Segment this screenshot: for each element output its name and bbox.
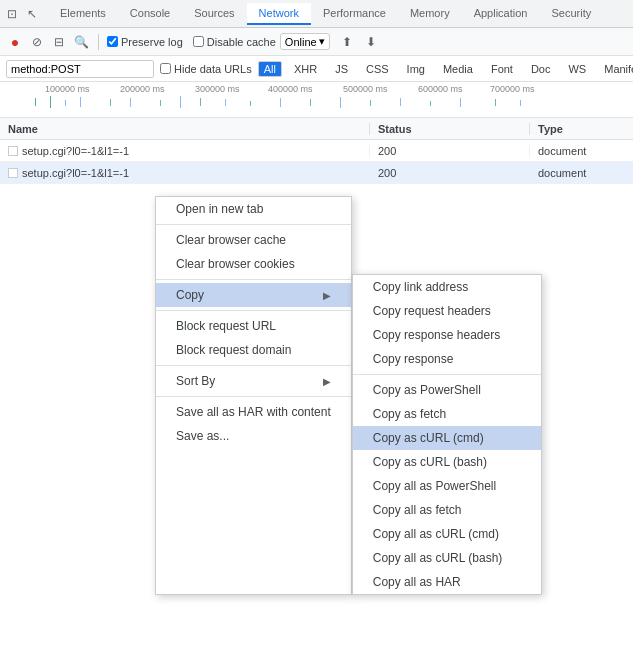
- submenu-copy-request-headers[interactable]: Copy request headers: [353, 299, 541, 323]
- td-status-2: 200: [370, 167, 530, 179]
- tab-network[interactable]: Network: [247, 3, 311, 25]
- th-type: Type: [530, 123, 633, 135]
- submenu-copy-all-curl-cmd[interactable]: Copy all as cURL (cmd): [353, 522, 541, 546]
- tab-elements[interactable]: Elements: [48, 3, 118, 25]
- file-icon-1: [8, 146, 18, 156]
- disable-cache-group: Disable cache: [193, 36, 276, 48]
- timeline: 100000 ms 200000 ms 300000 ms 400000 ms …: [0, 82, 633, 118]
- separator: [156, 396, 351, 397]
- cursor-icon: ↖: [24, 6, 40, 22]
- separator: [156, 365, 351, 366]
- menu-clear-cache[interactable]: Clear browser cache: [156, 228, 351, 252]
- stop-button[interactable]: ⊘: [28, 33, 46, 51]
- th-name: Name: [0, 123, 370, 135]
- menu-block-url[interactable]: Block request URL: [156, 314, 351, 338]
- filter-media-btn[interactable]: Media: [437, 61, 479, 77]
- filter-css-btn[interactable]: CSS: [360, 61, 395, 77]
- context-menu-container: Open in new tab Clear browser cache Clea…: [155, 196, 542, 595]
- hide-data-urls-checkbox[interactable]: [160, 63, 171, 74]
- menu-save-as[interactable]: Save as...: [156, 424, 351, 448]
- submenu-copy-as-powershell[interactable]: Copy as PowerShell: [353, 378, 541, 402]
- submenu-arrow-icon: ▶: [323, 290, 331, 301]
- filter-all-btn[interactable]: All: [258, 61, 282, 77]
- filter-manifest-btn[interactable]: Manifest: [598, 61, 633, 77]
- timeline-label-1: 100000 ms: [45, 84, 90, 94]
- tab-console[interactable]: Console: [118, 3, 182, 25]
- tab-security[interactable]: Security: [539, 3, 603, 25]
- filter-xhr-btn[interactable]: XHR: [288, 61, 323, 77]
- menu-sort-by[interactable]: Sort By ▶: [156, 369, 351, 393]
- tab-performance[interactable]: Performance: [311, 3, 398, 25]
- td-type-2: document: [530, 167, 633, 179]
- menu-open-new-tab[interactable]: Open in new tab: [156, 197, 351, 221]
- submenu-copy-as-fetch[interactable]: Copy as fetch: [353, 402, 541, 426]
- submenu-copy-as-curl-bash[interactable]: Copy as cURL (bash): [353, 450, 541, 474]
- table-header: Name Status Type: [0, 118, 633, 140]
- tab-sources[interactable]: Sources: [182, 3, 246, 25]
- menu-clear-cookies[interactable]: Clear browser cookies: [156, 252, 351, 276]
- submenu-copy-all-curl-bash[interactable]: Copy all as cURL (bash): [353, 546, 541, 570]
- timeline-label-6: 600000 ms: [418, 84, 463, 94]
- submenu-copy-all-fetch[interactable]: Copy all as fetch: [353, 498, 541, 522]
- separator: [156, 279, 351, 280]
- chevron-down-icon: ▾: [319, 35, 325, 48]
- devtools-icon: ⊡: [4, 6, 20, 22]
- timeline-bars: [0, 96, 633, 116]
- td-status-1: 200: [370, 145, 530, 157]
- menu-copy[interactable]: Copy ▶: [156, 283, 351, 307]
- table-row[interactable]: setup.cgi?l0=-1&l1=-1 200 document: [0, 162, 633, 184]
- menu-block-domain[interactable]: Block request domain: [156, 338, 351, 362]
- separator-1: [98, 34, 99, 50]
- disable-cache-checkbox[interactable]: [193, 36, 204, 47]
- submenu-copy-all-powershell[interactable]: Copy all as PowerShell: [353, 474, 541, 498]
- timeline-label-5: 500000 ms: [343, 84, 388, 94]
- separator: [156, 310, 351, 311]
- filter-img-btn[interactable]: Img: [401, 61, 431, 77]
- filter-icon[interactable]: ⊟: [50, 33, 68, 51]
- tab-bar: ⊡ ↖ Elements Console Sources Network Per…: [0, 0, 633, 28]
- preserve-log-group: Preserve log: [107, 36, 183, 48]
- tab-bar-icons: ⊡ ↖: [4, 6, 40, 22]
- upload-icon[interactable]: ⬆: [338, 33, 356, 51]
- submenu-copy-response-headers[interactable]: Copy response headers: [353, 323, 541, 347]
- timeline-label-4: 400000 ms: [268, 84, 313, 94]
- submenu-copy-all-har[interactable]: Copy all as HAR: [353, 570, 541, 594]
- file-icon-2: [8, 168, 18, 178]
- filter-ws-btn[interactable]: WS: [562, 61, 592, 77]
- context-menu-primary: Open in new tab Clear browser cache Clea…: [155, 196, 352, 595]
- search-icon[interactable]: 🔍: [72, 33, 90, 51]
- hide-data-urls-label: Hide data URLs: [174, 63, 252, 75]
- menu-save-all-har[interactable]: Save all as HAR with content: [156, 400, 351, 424]
- filter-input[interactable]: [6, 60, 154, 78]
- separator: [353, 374, 541, 375]
- throttle-select[interactable]: Online ▾: [280, 33, 330, 50]
- submenu-arrow-icon: ▶: [323, 376, 331, 387]
- separator: [156, 224, 351, 225]
- timeline-label-2: 200000 ms: [120, 84, 165, 94]
- record-button[interactable]: ●: [6, 33, 24, 51]
- filter-font-btn[interactable]: Font: [485, 61, 519, 77]
- disable-cache-label: Disable cache: [207, 36, 276, 48]
- tab-application[interactable]: Application: [462, 3, 540, 25]
- submenu-copy-as-curl-cmd[interactable]: Copy as cURL (cmd): [353, 426, 541, 450]
- table-row[interactable]: setup.cgi?l0=-1&l1=-1 200 document: [0, 140, 633, 162]
- filter-js-btn[interactable]: JS: [329, 61, 354, 77]
- submenu-copy-link-address[interactable]: Copy link address: [353, 275, 541, 299]
- preserve-log-checkbox[interactable]: [107, 36, 118, 47]
- timeline-label-7: 700000 ms: [490, 84, 535, 94]
- tab-memory[interactable]: Memory: [398, 3, 462, 25]
- network-toolbar: ● ⊘ ⊟ 🔍 Preserve log Disable cache Onlin…: [0, 28, 633, 56]
- td-name-1: setup.cgi?l0=-1&l1=-1: [0, 145, 370, 157]
- submenu-copy-response[interactable]: Copy response: [353, 347, 541, 371]
- preserve-log-label: Preserve log: [121, 36, 183, 48]
- filter-doc-btn[interactable]: Doc: [525, 61, 557, 77]
- td-type-1: document: [530, 145, 633, 157]
- th-status: Status: [370, 123, 530, 135]
- import-export-group: ⬆ ⬇: [338, 33, 380, 51]
- filter-bar: Hide data URLs All XHR JS CSS Img Media …: [0, 56, 633, 82]
- table-body: setup.cgi?l0=-1&l1=-1 200 document setup…: [0, 140, 633, 184]
- context-menu-copy-submenu: Copy link address Copy request headers C…: [352, 274, 542, 595]
- td-name-2: setup.cgi?l0=-1&l1=-1: [0, 167, 370, 179]
- download-icon[interactable]: ⬇: [362, 33, 380, 51]
- timeline-label-3: 300000 ms: [195, 84, 240, 94]
